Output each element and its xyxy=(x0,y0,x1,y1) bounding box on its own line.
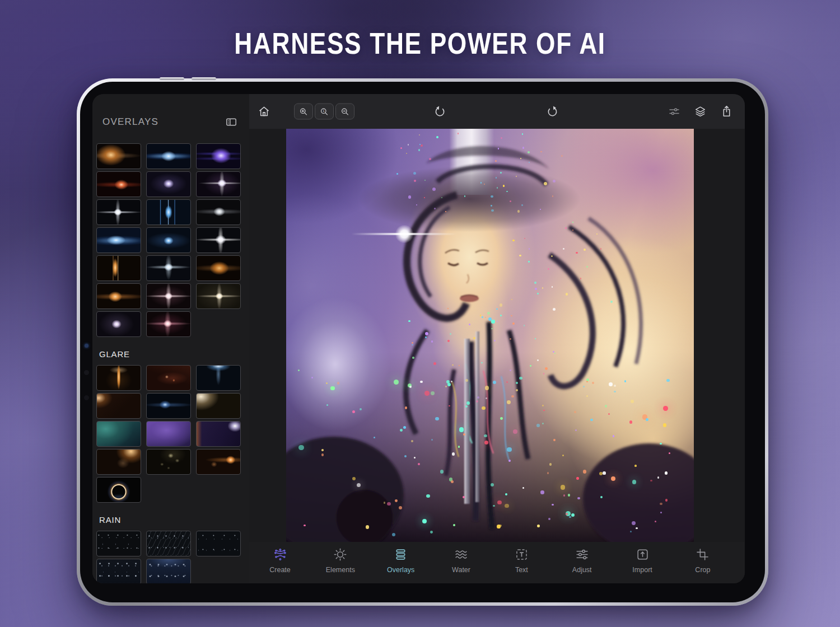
glare-purple-wash[interactable] xyxy=(146,421,191,447)
sparkle-dot xyxy=(418,149,421,151)
home-icon[interactable] xyxy=(257,105,271,119)
nav-item-crop[interactable]: Crop xyxy=(682,547,724,583)
glare-dark-red-sparkles[interactable] xyxy=(146,365,191,391)
sparkle-dot xyxy=(561,485,565,489)
sparkle-dot xyxy=(486,397,487,399)
flare-amber-vertical-line[interactable] xyxy=(96,255,141,281)
glare-purple-white-corner[interactable] xyxy=(196,421,241,447)
sparkle-dot xyxy=(432,188,436,191)
undo-button[interactable] xyxy=(432,104,447,119)
sparkle-dot xyxy=(440,470,444,473)
flare-blue-white-star[interactable] xyxy=(146,255,191,281)
sparkle-dot xyxy=(404,455,407,457)
sparkle-dot xyxy=(429,158,431,160)
sparkle-dot xyxy=(394,380,399,385)
nav-item-elements[interactable]: Elements xyxy=(320,547,361,583)
glare-eclipse-ring[interactable] xyxy=(96,477,141,503)
glare-bokeh-dots[interactable] xyxy=(146,449,191,475)
nav-item-water[interactable]: Water xyxy=(441,547,482,583)
adjustments-icon[interactable] xyxy=(668,105,681,118)
sparkle-dot xyxy=(663,423,666,427)
rain-sparse-drops[interactable] xyxy=(196,531,241,556)
flare-pink-star[interactable] xyxy=(146,311,191,337)
redo-button[interactable] xyxy=(545,104,560,119)
glare-blue-streak-center[interactable] xyxy=(146,393,191,419)
nav-item-adjust[interactable]: Adjust xyxy=(561,547,603,583)
nav-item-text[interactable]: Text xyxy=(501,547,542,583)
glare-orange-corner-top[interactable] xyxy=(96,449,141,475)
layers-button[interactable] xyxy=(693,105,707,119)
share-button[interactable] xyxy=(720,105,734,119)
flare-orange-elliptical-glow[interactable] xyxy=(196,255,241,281)
sparkle-dot xyxy=(464,195,466,197)
glare-orange-flare-right[interactable] xyxy=(196,449,241,475)
sparkle-dot xyxy=(505,493,507,495)
panel-toggle-icon[interactable] xyxy=(225,115,238,129)
zoom-actual-size-button[interactable]: 1 xyxy=(315,104,334,120)
text-box-icon xyxy=(514,547,529,562)
sparkle-dot xyxy=(572,222,574,223)
glare-amber-vertical-beam[interactable] xyxy=(96,365,141,391)
flare-lavender-soft-glow[interactable] xyxy=(96,311,141,337)
sparkle-dot xyxy=(496,308,497,310)
sparkle-dot xyxy=(608,413,610,415)
flare-pink-white-ray-star[interactable] xyxy=(146,283,191,309)
sensor-dot xyxy=(84,395,89,400)
flare-silver-soft[interactable] xyxy=(196,199,241,225)
flare-warm-white-star[interactable] xyxy=(196,283,241,309)
sparkle-dot xyxy=(614,385,616,387)
sparkle-dot xyxy=(540,490,544,494)
flare-white-eight-ray-star[interactable] xyxy=(96,199,141,225)
crop-icon xyxy=(695,547,710,562)
rain-light-specks[interactable] xyxy=(96,531,141,556)
flare-warm-orange-glow[interactable] xyxy=(96,143,141,169)
sparkle-dot xyxy=(634,465,636,466)
sparkle-dot xyxy=(511,395,514,397)
flare-pale-purple-star[interactable] xyxy=(146,171,191,197)
sparkle-dot xyxy=(630,531,632,532)
nav-label: Adjust xyxy=(572,566,592,574)
rain-diagonal-streaks[interactable] xyxy=(146,531,191,556)
flare-blue-wide-horizontal[interactable] xyxy=(96,227,141,253)
rain-blue-heavy-drops[interactable] xyxy=(96,559,141,583)
sparkle-dot xyxy=(412,344,413,345)
flare-blue-vertical-lines[interactable] xyxy=(146,199,191,225)
zoom-out-button[interactable] xyxy=(335,104,354,120)
sparkle-dot xyxy=(485,317,486,318)
flare-big-white-starburst[interactable] xyxy=(196,227,241,253)
sparkle-dot xyxy=(547,472,549,474)
sparkle-dot xyxy=(545,367,548,370)
sparkle-dot xyxy=(412,342,413,344)
nav-item-create[interactable]: Create xyxy=(259,547,301,583)
nav-label: Text xyxy=(515,566,528,574)
sparkle-dot xyxy=(491,205,492,207)
nav-label: Create xyxy=(269,566,291,574)
flare-red-horizontal[interactable] xyxy=(96,171,141,197)
flare-orange-horizontal[interactable] xyxy=(96,283,141,309)
sparkle-dot xyxy=(512,322,514,324)
nav-item-overlays[interactable]: Overlays xyxy=(380,547,422,583)
flare-white-starburst-purple[interactable] xyxy=(196,171,241,197)
flare-blue-soft-glow[interactable] xyxy=(146,227,191,253)
glare-brown-corner-glow[interactable] xyxy=(96,393,141,419)
sparkle-dot xyxy=(575,429,577,432)
sparkle-dot xyxy=(552,504,554,506)
glare-top-blue-beam[interactable] xyxy=(196,365,241,391)
rain-blue-glow-top[interactable] xyxy=(146,559,191,583)
flare-blue-horizontal-streak[interactable] xyxy=(146,143,191,169)
sparkle-dot xyxy=(406,153,407,154)
canvas-image[interactable] xyxy=(286,129,694,542)
sparkle-dot xyxy=(521,204,523,206)
glare-cream-corner-glow[interactable] xyxy=(196,393,241,419)
section-label-rain: RAIN xyxy=(92,503,249,531)
sparkle-dot xyxy=(403,426,406,429)
zoom-in-button[interactable] xyxy=(294,104,313,120)
sparkle-dot xyxy=(476,400,478,403)
sparkle-dot xyxy=(491,195,493,198)
nav-item-import[interactable]: Import xyxy=(622,547,663,583)
flare-violet-glow-lines[interactable] xyxy=(196,143,241,169)
sparkle-dot xyxy=(500,315,502,317)
sparkle-dot xyxy=(405,406,408,409)
glare-teal-wash[interactable] xyxy=(96,421,141,447)
sparkle-dot xyxy=(537,359,539,361)
